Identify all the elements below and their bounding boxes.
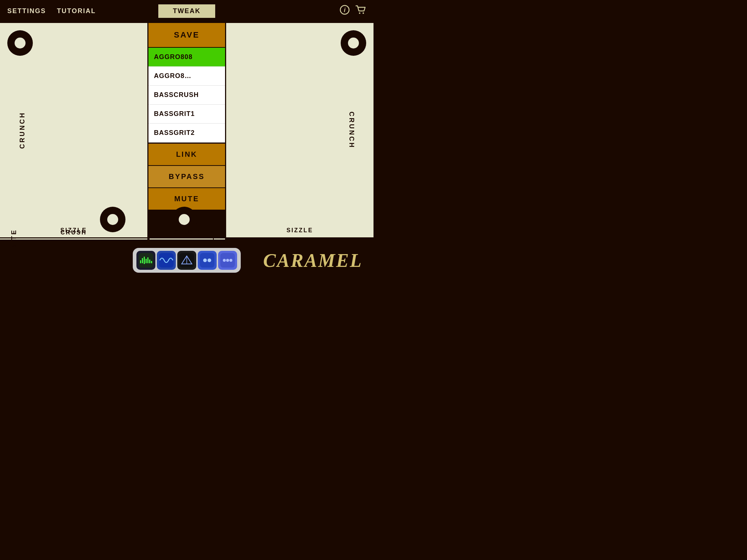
- preset-item[interactable]: AGGRO808: [148, 48, 225, 67]
- caramel-logo: CARAMEL: [263, 250, 363, 271]
- preset-item[interactable]: AGGRO8…: [148, 67, 225, 86]
- header-left-nav: SETTINGS TUTORIAL: [7, 7, 96, 15]
- header-center: TWEAK: [158, 4, 215, 18]
- svg-point-20: [223, 259, 226, 262]
- preset-item[interactable]: BASSCRUSH: [148, 86, 225, 105]
- save-button[interactable]: SAVE: [148, 23, 225, 48]
- svg-point-3: [363, 12, 364, 14]
- app-icon-dots[interactable]: [198, 251, 217, 270]
- svg-rect-8: [146, 259, 147, 263]
- svg-point-22: [229, 259, 232, 262]
- info-icon[interactable]: i: [340, 5, 350, 17]
- app-icon-menu[interactable]: [218, 251, 237, 270]
- cart-icon[interactable]: [355, 5, 366, 17]
- settings-button[interactable]: SETTINGS: [7, 7, 46, 15]
- svg-point-21: [226, 259, 229, 262]
- label-sizzle-right: SIZZLE: [286, 227, 313, 234]
- svg-point-18: [208, 258, 211, 262]
- label-bite-right: BITE: [207, 229, 215, 249]
- knob-inner: [15, 38, 26, 48]
- center-column: SAVE AGGRO808AGGRO8…BASSCRUSHBASSGRIT1BA…: [148, 23, 225, 238]
- svg-rect-5: [140, 260, 141, 263]
- svg-rect-12: [159, 253, 174, 268]
- bypass-button[interactable]: BYPASS: [148, 166, 225, 188]
- tweak-button[interactable]: TWEAK: [158, 4, 215, 18]
- quadrant-top-left: CRUNCH SIZZLE: [0, 23, 148, 238]
- main-grid: CRUNCH SIZZLE SAVE AGGRO808AGGRO8…BASSCR…: [0, 22, 374, 241]
- svg-rect-7: [144, 257, 145, 264]
- center-top: SAVE AGGRO808AGGRO8…BASSCRUSHBASSGRIT1BA…: [148, 23, 225, 144]
- knob-top-left[interactable]: [7, 30, 33, 56]
- knob-inner-br: [179, 214, 190, 225]
- app-icon-oscilloscope[interactable]: [157, 251, 176, 270]
- tutorial-button[interactable]: TUTORIAL: [57, 7, 96, 15]
- link-button[interactable]: LINK: [148, 144, 225, 166]
- label-crunch-left: CRUNCH: [19, 112, 26, 149]
- label-crush-left: CRUSH: [61, 229, 87, 236]
- quadrant-bottom-left: BITE CRUSH: [0, 238, 148, 240]
- app-icon-audiokit[interactable]: [136, 251, 155, 270]
- svg-point-17: [203, 258, 207, 262]
- preset-item[interactable]: BASSGRIT2: [148, 124, 225, 143]
- knob-inner-bl: [107, 214, 118, 225]
- svg-rect-16: [200, 253, 214, 268]
- preset-item[interactable]: BASSGRIT1: [148, 105, 225, 124]
- label-crunch-right: CRUNCH: [348, 112, 355, 149]
- preset-list: AGGRO808AGGRO8…BASSCRUSHBASSGRIT1BASSGRI…: [148, 48, 225, 143]
- svg-rect-11: [151, 261, 152, 263]
- svg-point-2: [359, 12, 360, 14]
- header-right: i: [340, 5, 366, 17]
- footer: CARAMEL: [0, 241, 374, 280]
- label-crush-right: CRUSH: [174, 229, 201, 236]
- svg-rect-9: [147, 257, 148, 263]
- svg-rect-6: [142, 258, 143, 263]
- quadrant-bottom-right: BITE CRUSH: [148, 238, 225, 240]
- app-dock: [133, 248, 241, 273]
- knob-bottom-right[interactable]: [171, 207, 197, 232]
- header: SETTINGS TUTORIAL TWEAK i: [0, 0, 374, 22]
- knob-bottom-left[interactable]: [100, 207, 125, 232]
- mute-button[interactable]: MUTE: [148, 188, 225, 210]
- svg-rect-10: [149, 260, 150, 263]
- svg-text:i: i: [344, 7, 346, 13]
- knob-inner-tr: [348, 38, 359, 48]
- knob-top-right[interactable]: [341, 30, 366, 56]
- label-bite-left: BITE: [10, 229, 18, 249]
- quadrant-top-right: CRUNCH SIZZLE: [225, 23, 374, 238]
- app-icon-moog[interactable]: [177, 251, 196, 270]
